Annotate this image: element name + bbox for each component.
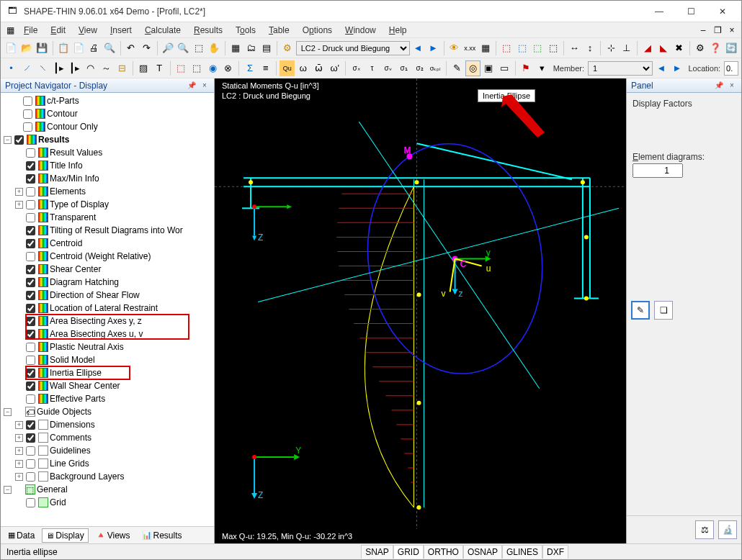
xxx-icon[interactable]: x.xx — [462, 40, 478, 56]
mdi-restore-icon[interactable]: ❐ — [712, 25, 723, 35]
menu-insert[interactable]: Insert — [104, 24, 138, 37]
menu-file[interactable]: File — [18, 24, 43, 37]
print-icon[interactable]: 🖨 — [87, 40, 102, 56]
tree-results[interactable]: Results — [38, 135, 69, 145]
rpanel-pin-icon[interactable]: 📌 — [714, 81, 724, 91]
sigma-2-icon[interactable]: σ₂ — [412, 60, 427, 76]
tree-guidelines[interactable]: Guidelines — [50, 446, 91, 456]
tree-title-info[interactable]: Title Info — [50, 161, 83, 171]
mdi-close-icon[interactable]: × — [727, 25, 737, 35]
rpanel-scale-icon[interactable]: ⚖ — [695, 520, 714, 539]
check-centroid-wr[interactable] — [26, 252, 35, 261]
toggle-dxf[interactable]: DXF — [542, 545, 568, 559]
check-guidelines[interactable] — [26, 446, 35, 456]
paste-icon[interactable]: 📄 — [71, 40, 86, 56]
tree-dimensions[interactable]: Dimensions — [50, 420, 95, 430]
tree-tilting[interactable]: Tilting of Result Diagrams into Wor — [50, 225, 183, 235]
tool-c-icon[interactable]: ⬚ — [530, 40, 545, 56]
tab-views[interactable]: 🔺 Views — [91, 528, 135, 543]
tab-results[interactable]: 📊 Results — [138, 528, 187, 543]
snap-icon[interactable]: ⊹ — [604, 40, 619, 56]
menu-table[interactable]: Table — [263, 24, 295, 37]
grid-display-icon[interactable]: ▦ — [478, 40, 493, 56]
maximize-button[interactable]: ☐ — [675, 1, 707, 22]
dim-icon[interactable]: ↔ — [567, 40, 582, 56]
menu-calculate[interactable]: Calculate — [139, 24, 187, 37]
draw-line-icon[interactable]: ⟋ — [19, 60, 35, 76]
check-wall-shear[interactable] — [26, 381, 35, 391]
check-ct-parts[interactable] — [23, 96, 32, 106]
rpanel-edit-icon[interactable]: ✎ — [631, 301, 650, 320]
sigma-kpl-icon[interactable]: σₖₚₗ — [428, 60, 443, 76]
check-loc-lateral[interactable] — [26, 304, 35, 313]
tree-diagram-hatch[interactable]: Diagram Hatching — [50, 277, 119, 287]
next-lc-icon[interactable]: ► — [426, 40, 441, 56]
check-contour-only[interactable] — [23, 122, 32, 132]
load-case-combo[interactable]: LC2 - Druck und Biegung — [296, 41, 410, 55]
check-area-uv[interactable] — [26, 330, 35, 339]
toggle-osnap[interactable]: OSNAP — [463, 545, 502, 559]
check-bg-layers[interactable] — [26, 472, 35, 482]
tree-elements[interactable]: Elements — [50, 186, 86, 197]
tree-wall-shear[interactable]: Wall Shear Center — [50, 381, 120, 391]
pan-icon[interactable]: ✋ — [207, 40, 222, 56]
result-wv-icon[interactable]: ω — [295, 60, 310, 76]
zoom-out-icon[interactable]: 🔍 — [176, 40, 191, 56]
menu-help[interactable]: Help — [383, 24, 413, 37]
check-diagram-hatch[interactable] — [26, 278, 35, 287]
tool-a-icon[interactable]: ⬚ — [499, 40, 514, 56]
check-dimensions[interactable] — [26, 420, 35, 430]
check-title-info[interactable] — [26, 161, 35, 171]
close-button[interactable]: ✕ — [707, 1, 738, 22]
tree-maxmin[interactable]: Max/Min Info — [50, 173, 99, 184]
pick-node-icon[interactable]: • — [4, 60, 19, 76]
props-icon[interactable]: ≡ — [258, 60, 273, 76]
undo-icon[interactable]: ↶ — [124, 40, 139, 56]
tri-a-icon[interactable]: ◢ — [640, 40, 656, 56]
settings-icon[interactable]: ⚙ — [693, 40, 708, 56]
tri-b-icon[interactable]: ◣ — [656, 40, 671, 56]
result-omegap-icon[interactable]: ω' — [327, 60, 342, 76]
tree-centroid[interactable]: Centroid — [50, 238, 82, 248]
sel-c-icon[interactable]: ◉ — [205, 60, 220, 76]
tree-contour[interactable]: Contour — [47, 109, 78, 119]
tab-display[interactable]: 🖥 Display — [42, 528, 88, 543]
tree-shear-center[interactable]: Shear Center — [50, 264, 101, 274]
rpanel-close-icon[interactable]: × — [727, 81, 737, 91]
check-inertia-ellipse[interactable] — [26, 369, 35, 378]
minimize-button[interactable]: — — [643, 1, 675, 22]
check-dir-shear[interactable] — [26, 291, 35, 300]
dim-v-icon[interactable]: ┃▸ — [67, 60, 82, 76]
zoom-window-icon[interactable]: ⬚ — [192, 40, 207, 56]
sel-d-icon[interactable]: ⊗ — [221, 60, 236, 76]
mdi-minimize-icon[interactable]: – — [698, 25, 708, 35]
zoom-in-icon[interactable]: 🔎 — [161, 40, 176, 56]
menu-edit[interactable]: Edit — [45, 24, 71, 37]
help-icon[interactable]: ❓ — [708, 40, 723, 56]
toggle-grid[interactable]: GRID — [393, 545, 424, 559]
inertia-ellipse-button[interactable]: ◎ — [465, 60, 480, 76]
tree-ct-parts[interactable]: c/t-Parts — [47, 96, 79, 106]
sigma-1-icon[interactable]: σ₁ — [396, 60, 411, 76]
tree-result-values[interactable]: Result Values — [50, 148, 102, 158]
sigma-v-icon[interactable]: σᵥ — [380, 60, 395, 76]
tree-loc-lateral[interactable]: Location of Lateral Restraint — [50, 303, 158, 313]
spline-icon[interactable]: ～ — [99, 60, 114, 76]
table-icon[interactable]: ▦ — [228, 40, 243, 56]
menu-window[interactable]: Window — [339, 24, 382, 37]
check-eff-parts[interactable] — [26, 394, 35, 404]
refresh-icon[interactable]: 🔄 — [724, 40, 739, 56]
tree-area-uv[interactable]: Area Bisecting Axes u, v — [50, 329, 143, 339]
cross-icon[interactable]: ✖ — [671, 40, 687, 56]
ortho-icon[interactable]: ⊥ — [620, 40, 635, 56]
check-centroid[interactable] — [26, 239, 35, 248]
check-maxmin[interactable] — [26, 174, 35, 184]
rect-icon[interactable]: ▭ — [497, 60, 512, 76]
prev-member-icon[interactable]: ◄ — [653, 60, 669, 76]
tree-centroid-wr[interactable]: Centroid (Weight Relative) — [50, 251, 151, 261]
arc-icon[interactable]: ◠ — [83, 60, 98, 76]
viewport[interactable]: Statical Moments Q-u [in^3] LC2 : Druck … — [215, 78, 626, 543]
check-elements[interactable] — [26, 187, 35, 197]
centroid-btn-icon[interactable]: ✎ — [450, 60, 465, 76]
tree-plastic-na[interactable]: Plastic Neutral Axis — [50, 342, 124, 352]
